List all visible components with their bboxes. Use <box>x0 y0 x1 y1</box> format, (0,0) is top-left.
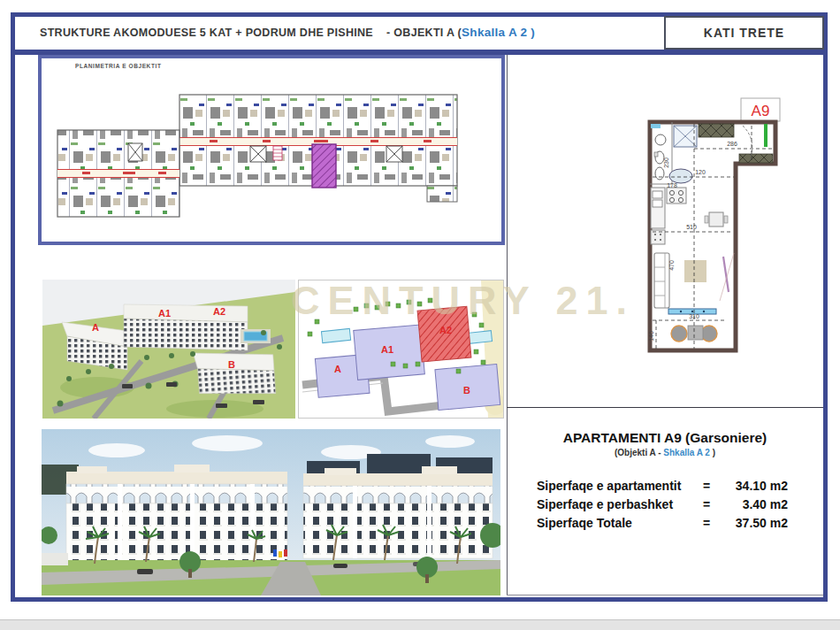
info-row-common-area: Siperfaqe e perbashket = 3.40 m2 <box>537 496 823 514</box>
title-shkalla: Shkalla A 2 <box>462 26 527 39</box>
title-dash: - <box>386 27 390 39</box>
aerial-label-a: A <box>92 322 99 333</box>
street-render-drawing <box>42 429 500 595</box>
a9-dim-178: 178 <box>667 182 677 188</box>
floor-label-box: KATI TRETE <box>664 16 824 50</box>
building-floorplan-drawing <box>42 58 501 242</box>
row-value: 3.40 m2 <box>717 496 788 514</box>
siteplan-label-a1: A1 <box>381 344 393 355</box>
siteplan-image: A A1 A2 B <box>298 280 504 419</box>
row-label: Siperfaqe Totale <box>537 514 703 533</box>
info-row-total-area: Siperfaqe Totale = 37.50 m2 <box>537 514 823 533</box>
title-object: OBJEKTI A ( <box>393 27 462 39</box>
a9-dim-510: 510 <box>686 224 697 230</box>
page-title: STRUKTURE AKOMODUESE 5 KAT + PODRUM DHE … <box>40 26 535 39</box>
title-close: ) <box>531 26 535 39</box>
a9-dim-310: 310 <box>689 313 699 319</box>
row-equals: = <box>703 496 717 514</box>
floor-label: KATI TRETE <box>704 26 784 40</box>
street-render-image <box>42 429 500 595</box>
row-equals: = <box>703 477 717 496</box>
siteplan-label-a: A <box>334 364 341 374</box>
a9-dim-286: 286 <box>727 141 737 147</box>
content-area: PLANIMETRIA E OBJEKTIT <box>15 55 823 597</box>
aerial-render-drawing: A A1 A2 B <box>42 280 295 419</box>
apartment-info-subtitle: (Objekti A - Shkalla A 2 ) <box>507 448 823 457</box>
apartment-info-rows: Siperfaqe e apartamentit = 34.10 m2 Sipe… <box>507 477 823 533</box>
apartment-a9-floorplan: A9 <box>610 88 796 367</box>
aerial-label-a1: A1 <box>158 308 171 319</box>
row-label: Siperfaqe e perbashket <box>537 496 703 514</box>
aerial-render-image: A A1 A2 B <box>42 280 295 419</box>
row-value: 37.50 m2 <box>717 514 788 533</box>
siteplan-label-a2: A2 <box>439 325 452 335</box>
floorplan-panel: PLANIMETRIA E OBJEKTIT <box>38 55 505 245</box>
apartment-info-block: APARTAMENTI A9 (Garsoniere) (Objekti A -… <box>507 430 823 533</box>
row-equals: = <box>703 514 717 533</box>
subtitle-prefix: (Objekti A - <box>615 448 663 457</box>
row-label: Siperfaqe e apartamentit <box>537 477 703 496</box>
page: STRUKTURE AKOMODUESE 5 KAT + PODRUM DHE … <box>0 0 840 630</box>
panel-bottom-divider <box>507 595 823 595</box>
a9-dim-120: 120 <box>695 169 706 175</box>
title-bar: STRUKTURE AKOMODUESE 5 KAT + PODRUM DHE … <box>15 17 823 50</box>
subtitle-suffix: ) <box>710 448 715 457</box>
document-frame: STRUKTURE AKOMODUESE 5 KAT + PODRUM DHE … <box>11 12 828 602</box>
apartment-info-title: APARTAMENTI A9 (Garsoniere) <box>507 430 823 446</box>
siteplan-label-b: B <box>463 385 470 396</box>
aerial-label-a2: A2 <box>213 306 225 317</box>
info-row-apartment-area: Siperfaqe e apartamentit = 34.10 m2 <box>537 477 823 496</box>
a9-dim-230: 230 <box>663 158 669 168</box>
title-main: STRUKTURE AKOMODUESE 5 KAT + PODRUM DHE … <box>40 27 373 39</box>
row-value: 34.10 m2 <box>717 477 788 496</box>
siteplan-drawing: A A1 A2 B <box>299 280 503 418</box>
window-bottom-bar <box>0 619 840 630</box>
a9-dim-140: 140 <box>648 331 654 342</box>
subtitle-shkalla: Shkalla A 2 <box>663 448 710 457</box>
panel-horizontal-divider <box>507 407 823 408</box>
aerial-label-b: B <box>228 359 235 370</box>
a9-unit-label: A9 <box>752 103 770 119</box>
a9-dim-470: 470 <box>668 260 675 271</box>
